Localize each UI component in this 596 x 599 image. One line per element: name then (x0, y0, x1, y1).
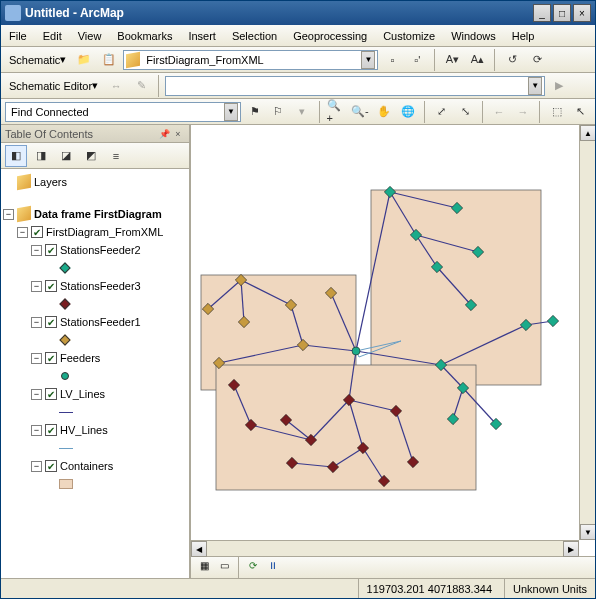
layer-checkbox[interactable]: ✔ (45, 244, 57, 256)
options-button[interactable]: ≡ (105, 145, 127, 167)
svg-rect-48 (547, 315, 558, 326)
scroll-left-button[interactable]: ◀ (191, 541, 207, 557)
vertical-scrollbar[interactable]: ▲ ▼ (579, 125, 595, 540)
layer-checkbox[interactable]: ✔ (45, 280, 57, 292)
save-diagram-button[interactable]: 📋 (98, 49, 120, 71)
back-button: ← (489, 101, 510, 123)
refresh-button[interactable]: ⟳ (244, 557, 262, 575)
data-frame[interactable]: − Data frame FirstDiagram (3, 205, 187, 223)
collapse-icon[interactable]: − (31, 461, 42, 472)
schematic-toolbar: Schematic ▾ 📁 📋 FirstDiagram_FromXML ▼ ▫… (1, 47, 595, 73)
layer-checkbox[interactable]: ✔ (45, 460, 57, 472)
toc-close-button[interactable]: × (171, 127, 185, 141)
schematic-editor-dropdown[interactable]: Schematic Editor ▾ (5, 79, 102, 92)
zoom-in-button[interactable]: 🔍+ (326, 101, 347, 123)
menu-insert[interactable]: Insert (180, 25, 224, 46)
collapse-icon[interactable]: − (31, 317, 42, 328)
list-by-source-button[interactable]: ◨ (30, 145, 52, 167)
close-button[interactable]: × (573, 4, 591, 22)
menu-geoprocessing[interactable]: Geoprocessing (285, 25, 375, 46)
collapse-icon[interactable]: − (31, 281, 42, 292)
layers-root[interactable]: Layers (3, 173, 187, 191)
layer-checkbox[interactable]: ✔ (45, 388, 57, 400)
layer-checkbox[interactable]: ✔ (45, 316, 57, 328)
sublayer[interactable]: −✔StationsFeeder3 (3, 277, 187, 295)
zoom-out-fixed-button[interactable]: ⤡ (455, 101, 476, 123)
update-button[interactable]: ⟳ (526, 49, 548, 71)
scroll-right-button[interactable]: ▶ (563, 541, 579, 557)
menu-windows[interactable]: Windows (443, 25, 504, 46)
sublayer[interactable]: −✔StationsFeeder2 (3, 241, 187, 259)
sublayer-symbol (3, 331, 187, 349)
menu-help[interactable]: Help (504, 25, 543, 46)
toc-pin-button[interactable]: 📌 (157, 127, 171, 141)
increase-symbol-button[interactable]: A▴ (466, 49, 488, 71)
collapse-icon[interactable]: − (31, 389, 42, 400)
horizontal-scrollbar[interactable]: ◀ ▶ (191, 540, 579, 556)
flag-button[interactable]: ⚐ (268, 101, 289, 123)
scroll-up-button[interactable]: ▲ (580, 125, 595, 141)
sublayer[interactable]: −✔StationsFeeder1 (3, 313, 187, 331)
solve-button[interactable]: ⚑ (244, 101, 265, 123)
toc-title-text: Table Of Contents (5, 128, 93, 140)
sublayer-symbol (3, 439, 187, 457)
sublayer[interactable]: −✔HV_Lines (3, 421, 187, 439)
zoom-in-fixed-button[interactable]: ⤢ (431, 101, 452, 123)
propagate-button[interactable]: ▫ (381, 49, 403, 71)
trace-task-dropdown[interactable]: Find Connected ▼ (5, 102, 241, 122)
full-extent-button[interactable]: 🌐 (397, 101, 418, 123)
select-button[interactable]: ⬚ (546, 101, 567, 123)
menu-customize[interactable]: Customize (375, 25, 443, 46)
layout-dropdown[interactable]: ▼ (165, 76, 545, 96)
window-title: Untitled - ArcMap (25, 6, 533, 20)
list-by-visibility-button[interactable]: ◪ (55, 145, 77, 167)
layer-checkbox[interactable]: ✔ (31, 226, 43, 238)
restore-button[interactable]: ↺ (501, 49, 523, 71)
pan-button[interactable]: ✋ (373, 101, 394, 123)
schematic-dropdown[interactable]: Schematic ▾ (5, 53, 70, 66)
sublayer-label: StationsFeeder1 (60, 316, 141, 328)
scroll-down-button[interactable]: ▼ (580, 524, 595, 540)
data-view-tab[interactable]: ▦ (195, 557, 213, 575)
sublayer[interactable]: −✔Feeders (3, 349, 187, 367)
sublayer[interactable]: −✔Containers (3, 457, 187, 475)
collapse-icon[interactable]: − (31, 353, 42, 364)
apply-layout-button: ▶ (548, 75, 570, 97)
diagram-dropdown[interactable]: FirstDiagram_FromXML ▼ (123, 50, 378, 70)
layer-checkbox[interactable]: ✔ (45, 352, 57, 364)
menu-file[interactable]: File (1, 25, 35, 46)
collapse-icon[interactable]: − (3, 209, 14, 220)
sublayer-symbol (3, 259, 187, 277)
units-display: Unknown Units (504, 579, 587, 598)
maximize-button[interactable]: □ (553, 4, 571, 22)
network-toolbar: Find Connected ▼ ⚑ ⚐ ▾ 🔍+ 🔍- ✋ 🌐 ⤢ ⤡ ← →… (1, 99, 595, 125)
pause-button[interactable]: ⏸ (264, 557, 282, 575)
table-of-contents: Table Of Contents 📌 × ◧ ◨ ◪ ◩ ≡ Layers (1, 125, 191, 578)
collapse-icon[interactable]: − (31, 245, 42, 256)
diagram-layer[interactable]: − ✔ FirstDiagram_FromXML (3, 223, 187, 241)
sublayer-symbol (3, 475, 187, 493)
layout-view-tab[interactable]: ▭ (215, 557, 233, 575)
layer-checkbox[interactable]: ✔ (45, 424, 57, 436)
map-canvas[interactable]: ▲ ▼ ◀ ▶ (191, 125, 595, 556)
zoom-out-button[interactable]: 🔍- (349, 101, 370, 123)
svg-point-63 (352, 347, 360, 355)
menu-selection[interactable]: Selection (224, 25, 285, 46)
sublayer[interactable]: −✔LV_Lines (3, 385, 187, 403)
decrease-symbol-button[interactable]: A▾ (441, 49, 463, 71)
toc-tree: Layers − Data frame FirstDiagram − ✔ Fir… (1, 169, 189, 578)
menu-bookmarks[interactable]: Bookmarks (109, 25, 180, 46)
minimize-button[interactable]: _ (533, 4, 551, 22)
pointer-button[interactable]: ↖ (570, 101, 591, 123)
collapse-icon[interactable]: − (17, 227, 28, 238)
collapse-icon[interactable]: − (31, 425, 42, 436)
list-by-selection-button[interactable]: ◩ (80, 145, 102, 167)
list-by-drawing-button[interactable]: ◧ (5, 145, 27, 167)
dropdown-arrow-icon: ▼ (361, 51, 375, 69)
open-diagram-button[interactable]: 📁 (73, 49, 95, 71)
generate-button[interactable]: ▫' (406, 49, 428, 71)
toc-view-buttons: ◧ ◨ ◪ ◩ ≡ (1, 143, 189, 169)
menubar: File Edit View Bookmarks Insert Selectio… (1, 25, 595, 47)
menu-view[interactable]: View (70, 25, 110, 46)
menu-edit[interactable]: Edit (35, 25, 70, 46)
